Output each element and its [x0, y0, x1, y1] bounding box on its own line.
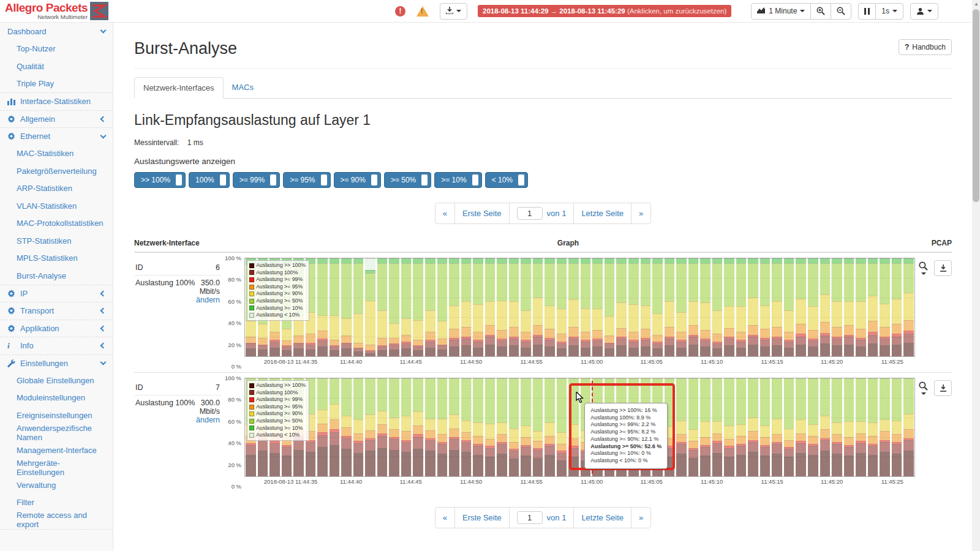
sidebar-item-stp-statistiken[interactable]: STP-Statistiken	[0, 232, 113, 250]
sidebar-item-interface-statistiken[interactable]: Interface-Statistiken	[0, 92, 113, 110]
pcap-download-button[interactable]	[934, 380, 952, 396]
bar[interactable]	[485, 258, 496, 356]
utilization-chart-7[interactable]: Auslastung >> 100%Auslastung 100%Auslast…	[244, 378, 915, 477]
bar[interactable]	[425, 258, 435, 356]
warning-icon[interactable]: !	[417, 6, 429, 17]
bar[interactable]	[832, 378, 842, 476]
chart-zoom-menu-button[interactable]	[919, 380, 928, 395]
pager-prev[interactable]: «	[435, 203, 455, 224]
bar[interactable]	[856, 258, 866, 356]
bar[interactable]	[676, 378, 687, 476]
sidebar-item-globale-einstellungen[interactable]: Globale Einstellungen	[0, 372, 113, 389]
pcap-download-button[interactable]	[934, 260, 952, 276]
sidebar-item-ereigniseinstellungen[interactable]: Ereigniseinstellungen	[0, 407, 113, 424]
bar[interactable]	[700, 258, 710, 356]
filter-button-10[interactable]: < 10%	[485, 172, 528, 188]
bar[interactable]	[365, 378, 375, 476]
zoom-out-button[interactable]	[831, 3, 851, 20]
bar[interactable]	[557, 378, 567, 476]
bar[interactable]	[413, 258, 423, 356]
bar[interactable]	[820, 378, 831, 476]
sidebar-item-arp-statistiken[interactable]: ARP-Statistiken	[0, 180, 113, 198]
sidebar-item-ip[interactable]: IP	[0, 285, 113, 302]
time-range-banner[interactable]: 2018-08-13 11:44:29 → 2018-08-13 11:45:2…	[478, 5, 731, 17]
download-menu-button[interactable]	[440, 3, 467, 20]
bar[interactable]	[868, 378, 878, 476]
pager-prev[interactable]: «	[435, 507, 455, 528]
pager-first-page[interactable]: Erste Seite	[454, 203, 510, 224]
sidebar-item-qualit-t[interactable]: Qualität	[0, 58, 113, 75]
bar[interactable]	[497, 258, 507, 356]
bar[interactable]	[892, 378, 902, 476]
bar[interactable]	[844, 258, 854, 356]
bar[interactable]	[688, 258, 699, 356]
bar[interactable]	[760, 378, 771, 476]
bar[interactable]	[605, 258, 615, 356]
bar[interactable]	[736, 378, 747, 476]
bar[interactable]	[796, 378, 806, 476]
bar[interactable]	[473, 378, 483, 476]
bar[interactable]	[641, 258, 651, 356]
page-scrollbar[interactable]: ▲	[972, 0, 980, 551]
bar[interactable]	[461, 378, 472, 476]
sidebar-item-mpls-statistiken[interactable]: MPLS-Statistiken	[0, 250, 113, 268]
bar[interactable]	[317, 378, 328, 476]
bar[interactable]	[688, 378, 699, 476]
sidebar-item-paketgr-enverteilung[interactable]: Paketgrößenverteilung	[0, 162, 113, 180]
bar[interactable]	[413, 378, 423, 476]
bar[interactable]	[341, 378, 352, 476]
bar[interactable]	[557, 258, 567, 356]
page-number-input[interactable]	[517, 207, 543, 220]
bar[interactable]	[844, 378, 854, 476]
sidebar-item-anwenderspezifische-namen[interactable]: Anwenderspezifische Namen	[0, 424, 113, 442]
bar[interactable]	[808, 378, 818, 476]
pager-next[interactable]: »	[631, 203, 651, 224]
bar[interactable]	[545, 378, 555, 476]
bar[interactable]	[616, 258, 627, 356]
error-icon[interactable]: !	[395, 6, 405, 17]
change-link[interactable]: ändern	[196, 416, 220, 424]
bar[interactable]	[341, 258, 352, 356]
bar[interactable]	[652, 258, 663, 356]
sidebar-item-top-nutzer[interactable]: Top-Nutzer	[0, 40, 113, 58]
handbuch-button[interactable]: ? Handbuch	[899, 39, 952, 55]
bar[interactable]	[365, 258, 375, 356]
bar[interactable]	[568, 258, 579, 356]
bar[interactable]	[784, 378, 794, 476]
sidebar-item-info[interactable]: iInfo	[0, 337, 113, 354]
bar[interactable]	[880, 258, 890, 356]
filter-button-95[interactable]: >= 95%	[283, 172, 330, 188]
bar[interactable]	[592, 258, 603, 356]
bar[interactable]	[330, 378, 340, 476]
bar[interactable]	[401, 258, 412, 356]
sidebar-item-einstellungen[interactable]: Einstellungen	[0, 354, 113, 372]
bar[interactable]	[808, 258, 818, 356]
sidebar-item-allgemein[interactable]: Allgemein	[0, 110, 113, 128]
bar[interactable]	[521, 258, 531, 356]
bar[interactable]	[760, 258, 771, 356]
chart-zoom-menu-button[interactable]	[919, 260, 928, 275]
sidebar-item-moduleinstellungen[interactable]: Moduleinstellungen	[0, 389, 113, 407]
bar[interactable]	[700, 378, 710, 476]
bar[interactable]	[437, 378, 448, 476]
pager-first-page[interactable]: Erste Seite	[454, 507, 510, 528]
page-number-input[interactable]	[517, 511, 543, 524]
bar[interactable]	[461, 258, 472, 356]
bar[interactable]	[796, 258, 806, 356]
sidebar-item-management-interface[interactable]: Management-Interface	[0, 441, 113, 459]
bar[interactable]	[712, 258, 723, 356]
sidebar-item-mac-statistiken[interactable]: MAC-Statistiken	[0, 145, 113, 163]
sidebar-item-triple-play[interactable]: Triple Play	[0, 75, 113, 93]
sidebar-item-mehrger-te-einstellungen[interactable]: Mehrgeräte-Einstellungen	[0, 459, 113, 477]
bar[interactable]	[533, 378, 543, 476]
refresh-rate-button[interactable]: 1s	[875, 3, 903, 20]
sidebar-item-remote-access-and-export[interactable]: Remote access and export	[0, 511, 113, 529]
bar[interactable]	[665, 258, 675, 356]
sidebar-item-filter[interactable]: Filter	[0, 494, 113, 512]
bar[interactable]	[784, 258, 794, 356]
bar[interactable]	[724, 258, 734, 356]
bar[interactable]	[330, 258, 340, 356]
bar[interactable]	[317, 258, 328, 356]
bar[interactable]	[772, 258, 782, 356]
bar[interactable]	[748, 258, 758, 356]
